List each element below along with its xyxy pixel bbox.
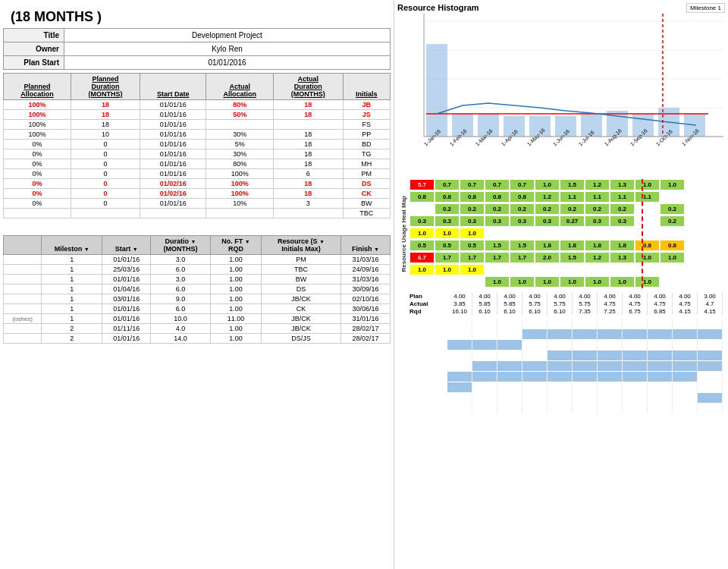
gantt-bar-cell [673, 351, 698, 360]
heatmap-cell: 1.0 [460, 264, 485, 275]
heatmap-cell: 1.7 [460, 252, 485, 263]
gantt-bar-cell [472, 404, 497, 413]
heatmap-row: 0.30.30.30.30.30.30.270.30.30.2 [410, 215, 685, 227]
gantt-rqd-cell: 4.15 [673, 308, 698, 315]
gantt-bar-cell [648, 361, 673, 371]
heatmap-cell: 1.0 [410, 264, 435, 275]
milestone-label: Milestone 1 [686, 3, 725, 13]
gantt-bar-cell [698, 382, 723, 392]
gantt-bars [410, 319, 725, 413]
gantt-bar-cell [648, 329, 673, 339]
heatmap-cell: 1.0 [560, 276, 585, 288]
gantt-plan-cell: 4.00 [648, 293, 673, 300]
gantt-bar-cell [548, 329, 573, 339]
heatmap-cell: 0.2 [510, 203, 535, 215]
gantt-plan-cell: 4.00 [472, 293, 497, 300]
heatmap-cell [485, 264, 510, 275]
gantt-bar-cell [447, 329, 472, 339]
gantt-bar-cell [598, 329, 623, 339]
heatmap-cell: 1.3 [610, 252, 635, 263]
gantt-bar-cell [497, 361, 522, 371]
heatmap-cell: 0.3 [510, 215, 535, 227]
heatmap-section: Resource Usage Heat Map 5.70.70.70.70.71… [397, 179, 725, 288]
col-start-date: Start Date [140, 74, 206, 100]
heatmap-cell: 1.8 [535, 240, 560, 251]
gantt-bar-cell [573, 351, 598, 360]
heatmap-cell [635, 264, 660, 275]
gantt-bar-cell [447, 351, 472, 360]
gantt-rqd-cell: 7.35 [573, 308, 598, 315]
col-milestone: Mileston ▼ [42, 236, 102, 255]
gantt-bar-cell [522, 382, 548, 392]
gantt-bar-cell [623, 329, 648, 339]
col-no-ft: No. FT ▼RQD [210, 236, 261, 255]
plan-label: Plan [410, 293, 447, 300]
gantt-bar-cell [698, 351, 723, 360]
gantt-bar-cell [573, 340, 598, 350]
gantt-bar-cell [673, 404, 698, 413]
plan-start-label: Plan Start [4, 56, 64, 70]
heatmap-cell: 1.5 [560, 252, 585, 263]
gantt-bar-cell [698, 404, 723, 413]
heatmap-cell [510, 228, 535, 239]
heatmap-cell [410, 203, 435, 215]
gantt-bar-cell [673, 372, 698, 382]
gantt-bar-cell [447, 361, 472, 371]
gantt-plan-cell: 4.00 [522, 293, 548, 300]
svg-text:15.00: 15.00 [420, 46, 421, 53]
heatmap-row: 5.70.70.70.70.71.01.51.21.31.01.0 [410, 179, 685, 190]
gantt-rqd-cell: 6.10 [472, 308, 497, 315]
gantt-bar-row [410, 361, 725, 371]
table-row: 2 01/11/16 4.0 1.00 JB/CK 28/02/17 [4, 324, 391, 334]
heatmap-cell: 1.2 [585, 252, 610, 263]
heatmap-cell: 0.2 [660, 215, 685, 227]
gantt-bar-cell [497, 393, 522, 403]
heatmap-cell [535, 228, 560, 239]
gantt-bar-cell [497, 351, 522, 360]
table-row: 100% 10 01/01/16 30% 18 PP [4, 130, 391, 140]
gantt-bar-cell [648, 404, 673, 413]
table-row: 1 25/03/16 6.0 1.00 TBC 24/09/16 [4, 265, 391, 275]
project-info-table: Title Development Project Owner Kylo Ren… [3, 28, 391, 70]
right-panel: Resource Histogram Milestone 1 20.00 15.… [394, 0, 728, 569]
heatmap-cell: 0.7 [460, 179, 485, 190]
gantt-bar-row [410, 329, 725, 339]
heatmap-cell: 1.5 [485, 240, 510, 251]
gantt-bar-row [410, 340, 725, 350]
gantt-bar-cell [698, 372, 723, 382]
project-title: Development Project [64, 29, 391, 42]
heatmap-row: 1.01.01.0 [410, 264, 685, 275]
gantt-bar-cell [648, 340, 673, 350]
heatmap-cell [535, 264, 560, 275]
gantt-plan-cell: 4.00 [447, 293, 472, 300]
table-row: 100% 18 01/01/16 50% 18 JS [4, 110, 391, 120]
actual-label: Actual [410, 300, 447, 307]
gantt-rqd-cell: 6.85 [648, 308, 673, 315]
heatmap-cell [660, 228, 685, 239]
gantt-bar-cell [698, 329, 723, 339]
gantt-bar-cell [573, 319, 598, 329]
gantt-actual-cell: 5.85 [497, 300, 522, 307]
gantt-rqd-cell: 4.15 [698, 308, 723, 315]
gantt-bar-cell [472, 319, 497, 329]
gantt-bar-cell [598, 319, 623, 329]
heatmap-cell: 1.0 [485, 276, 510, 288]
gantt-bar-cell [673, 361, 698, 371]
gantt-bar-cell [522, 340, 548, 350]
gantt-summary: Plan4.004.004.004.004.004.004.004.004.00… [410, 293, 725, 414]
gantt-bar-cell [573, 382, 598, 392]
gantt-bar-cell [472, 393, 497, 403]
heatmap-cell: 1.0 [585, 276, 610, 288]
gantt-bar-cell [598, 340, 623, 350]
col-planned-dur: PlannedDuration(MONTHS) [71, 74, 140, 100]
bottom-milestone-table: Mileston ▼ Start ▼ Duratio ▼(MONTHS) No.… [3, 235, 391, 344]
gantt-bar-cell [598, 372, 623, 382]
gantt-plan-cell: 3.00 [698, 293, 723, 300]
gantt-bar-row [410, 351, 725, 360]
gantt-rqd-cell: 6.10 [548, 308, 573, 315]
heatmap-cell [560, 228, 585, 239]
gantt-bar-cell [598, 393, 623, 403]
heatmap-cell [635, 215, 660, 227]
gantt-bar-cell [548, 393, 573, 403]
gantt-bar-cell [548, 319, 573, 329]
